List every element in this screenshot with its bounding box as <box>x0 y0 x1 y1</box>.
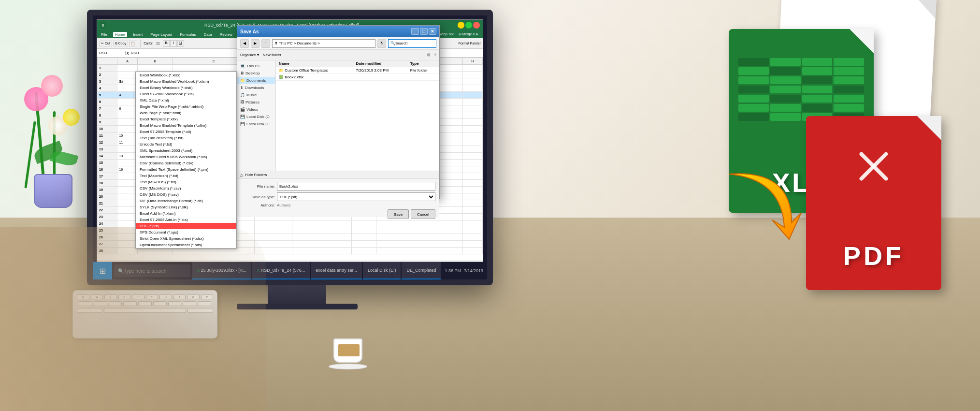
back-btn[interactable]: ◀ <box>240 39 249 48</box>
filetype-item[interactable]: Excel Macro-Enabled Template (*.xltm) <box>136 122 236 129</box>
taskbar-app-4[interactable]: Local Disk (E:) <box>363 262 401 279</box>
cut-btn[interactable]: ✂ Cut <box>99 41 112 46</box>
refresh-btn[interactable]: ↻ <box>377 39 386 48</box>
pictures-label: Pictures <box>245 100 259 104</box>
col-name[interactable]: Name <box>276 60 353 67</box>
sidebar-item-local-e[interactable]: 💾 Local Disk (E: <box>237 120 275 128</box>
filetype-item[interactable]: DIF (Data Interchange Format) (*.dif) <box>136 198 236 204</box>
view-btn[interactable]: ⊞ <box>427 53 431 57</box>
savetype-select[interactable]: Excel Workbook (*.xlsx) PDF (*.pdf) <box>277 192 435 201</box>
minimize-btn[interactable]: _ <box>458 22 464 29</box>
person-hands-overlay <box>0 227 266 411</box>
coffee-cup <box>329 338 367 372</box>
list-item[interactable]: 📁 Custom Office Templates 7/20/2019 2:03… <box>276 67 439 74</box>
folder-icon: 📁 <box>279 68 284 73</box>
filetype-item[interactable]: Text (Macintosh) (*.txt) <box>136 173 236 179</box>
ribbon-tab-review[interactable]: Review <box>217 32 234 37</box>
sidebar-item-thispc[interactable]: 💻 This PC <box>237 62 275 70</box>
sidebar-item-documents[interactable]: 📁 Documents <box>237 77 275 84</box>
filetype-item[interactable]: Web Page (*.htm;*.html) <box>136 110 236 116</box>
ribbon-tab-home[interactable]: Home <box>113 32 127 37</box>
ribbon-tab-data[interactable]: Data <box>202 32 214 37</box>
filetype-item[interactable]: XPS Document (*.xps) <box>136 229 236 235</box>
authors-value: Authors: <box>277 203 291 207</box>
bold-btn[interactable]: B <box>163 40 170 47</box>
cup-saucer <box>329 364 367 369</box>
filetype-item[interactable]: OpenDocument Spreadsheet (*.ods) <box>136 242 236 248</box>
downloads-icon: ⬇ <box>240 86 244 90</box>
dialog-file-list-area: Name Date modified Type 📁 Custom Office … <box>276 60 439 171</box>
taskbar-app-2-label: RSD_8d7Te_24 (576... <box>261 268 305 273</box>
close-btn[interactable]: × <box>473 22 480 29</box>
filetype-item[interactable]: Strict Open XML Spreadsheet (*.xlsx) <box>136 235 236 242</box>
taskbar-app-5[interactable]: DE_Completed <box>402 262 441 279</box>
up-btn[interactable]: ↑ <box>261 39 270 48</box>
underline-btn[interactable]: U <box>177 40 184 47</box>
filename-input[interactable] <box>277 182 435 191</box>
filetype-item[interactable]: Excel Add-In (*.xlam) <box>136 210 236 217</box>
maximize-btn[interactable]: □ <box>465 22 472 29</box>
help-icon[interactable]: ? <box>434 53 436 57</box>
sidebar-item-pictures[interactable]: 🖼 Pictures <box>237 99 275 106</box>
filetype-item[interactable]: CSV (MS-DOS) (*.csv) <box>136 191 236 198</box>
pictures-icon: 🖼 <box>240 100 244 104</box>
filetype-item[interactable]: XML Spreadsheet 2003 (*.xml) <box>136 147 236 154</box>
paste-btn[interactable]: 📋 <box>129 41 137 46</box>
filetype-dropdown[interactable]: Excel Workbook (*.xlsx) Excel Macro-Enab… <box>135 72 237 249</box>
dialog-bottom: File name: Save as type: Excel Workbook … <box>237 178 439 217</box>
filetype-item[interactable]: Formatted Text (Space delimited) (*.prn) <box>136 166 236 173</box>
taskbar-app-3[interactable]: excel data entry ser... <box>311 262 362 279</box>
filetype-item[interactable]: Excel 97-2003 Workbook (*.xls) <box>136 91 236 97</box>
drive-icon: 💾 <box>240 115 245 119</box>
name-box[interactable]: RSD <box>99 51 123 55</box>
dialog-min-btn[interactable]: _ <box>411 28 419 35</box>
col-type[interactable]: Type <box>407 60 439 67</box>
sidebar-item-videos[interactable]: 🎬 Videos <box>237 106 275 113</box>
sidebar-item-downloads[interactable]: ⬇ Downloads <box>237 84 275 91</box>
hide-folders-bar: △ Hide Folders <box>237 171 439 178</box>
search-box[interactable]: 🔍 Search <box>388 39 436 48</box>
filetype-item[interactable]: Microsoft Excel 5.0/95 Workbook (*.xls) <box>136 154 236 160</box>
videos-label: Videos <box>246 107 258 112</box>
organize-btn[interactable]: Organize ▾ <box>240 53 259 57</box>
address-path[interactable]: ⬆ This PC > Documents > <box>272 39 375 48</box>
dialog-max-btn[interactable]: □ <box>420 28 428 35</box>
col-date[interactable]: Date modified <box>353 60 407 67</box>
hide-folders-label[interactable]: Hide Folders <box>245 173 267 177</box>
save-button[interactable]: Save <box>388 209 409 219</box>
filetype-item[interactable]: SYLK (Symbolic Link) (*.slk) <box>136 204 236 210</box>
filetype-item[interactable]: Text (Tab delimited) (*.txt) <box>136 135 236 141</box>
filetype-item[interactable]: CSV (Macintosh) (*.csv) <box>136 185 236 191</box>
ribbon-tab-formulas[interactable]: Formulas <box>178 32 198 37</box>
ribbon-tab-pagelayout[interactable]: Page Layout <box>148 32 174 37</box>
documents-icon: 📁 <box>240 78 245 83</box>
filetype-item[interactable]: Excel 97-2003 Add-In (*.xla) <box>136 217 236 223</box>
dialog-sidebar: 💻 This PC 🖥 Desktop 📁 Documents ⬇ Downlo… <box>237 60 276 171</box>
ribbon-tab-insert[interactable]: Insert <box>131 32 144 37</box>
filetype-item[interactable]: Excel Macro-Enabled Workbook (*.xlsm) <box>136 78 236 85</box>
filetype-item-pdf[interactable]: PDF (*.pdf) <box>136 223 236 229</box>
new-folder-btn[interactable]: New folder <box>263 53 281 57</box>
filetype-item[interactable]: Unicode Text (*.txt) <box>136 141 236 147</box>
filetype-item[interactable]: Excel Binary Workbook (*.xlsb) <box>136 85 236 91</box>
forward-btn[interactable]: ▶ <box>251 39 259 48</box>
filetype-item[interactable]: CSV (Comma delimited) (*.csv) <box>136 160 236 166</box>
filetype-item[interactable]: Single File Web Page (*.mht;*.mhtml) <box>136 103 236 110</box>
filetype-item[interactable]: Excel Template (*.xltx) <box>136 116 236 122</box>
sidebar-item-local-c[interactable]: 💾 Local Disk (C: <box>237 113 275 120</box>
copy-btn[interactable]: ⧉ Copy <box>113 41 128 46</box>
sidebar-item-desktop[interactable]: 🖥 Desktop <box>237 70 275 77</box>
list-item[interactable]: 📗 Book2.xfsx <box>276 74 439 81</box>
font-size: 11 <box>156 42 160 45</box>
filetype-item[interactable]: XML Data (*.xml) <box>136 97 236 103</box>
italic-btn[interactable]: I <box>170 40 177 47</box>
filetype-item[interactable]: Excel Workbook (*.xlsx) <box>136 72 236 78</box>
ribbon-tab-file[interactable]: File <box>99 32 109 37</box>
filetype-item[interactable]: Excel 97-2003 Template (*.xlt) <box>136 129 236 135</box>
dialog-close-btn[interactable]: ✕ <box>429 28 436 35</box>
videos-icon: 🎬 <box>240 107 245 112</box>
filetype-item[interactable]: Text (MS-DOS) (*.txt) <box>136 179 236 185</box>
cancel-button[interactable]: Cancel <box>411 209 435 219</box>
sidebar-item-music[interactable]: 🎵 Music <box>237 91 275 99</box>
row-number-header <box>98 58 117 65</box>
